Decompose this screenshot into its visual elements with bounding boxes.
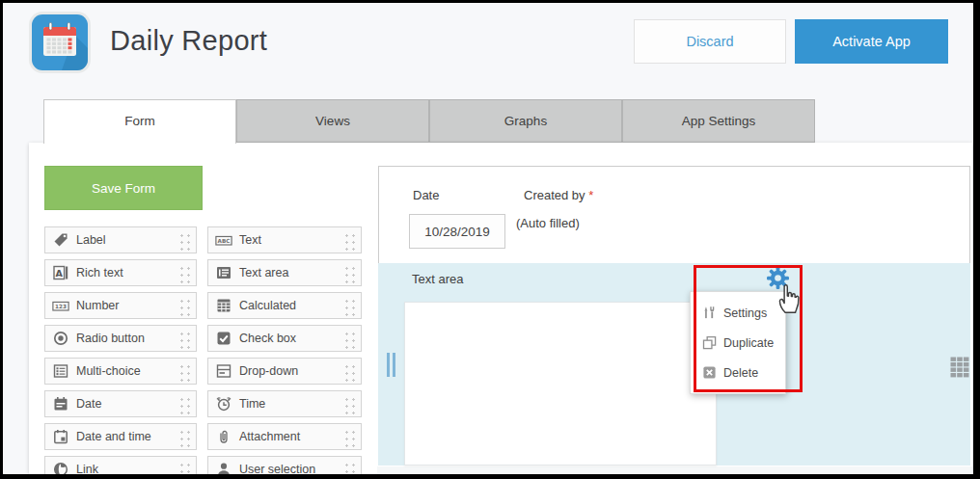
palette-item-text-area[interactable]: Text area	[207, 259, 362, 286]
tab-views[interactable]: Views	[236, 99, 429, 143]
palette-item-text[interactable]: ABCText	[207, 226, 362, 253]
field-palette: LabelABCTextARich textText area123Number…	[44, 226, 362, 479]
palette-item-label: Text	[239, 233, 261, 247]
created-by-field-label: Created by *	[524, 188, 593, 202]
save-form-button[interactable]: Save Form	[44, 166, 203, 210]
drag-handle-icon[interactable]	[177, 395, 192, 414]
palette-item-label: Drop-down	[239, 364, 298, 378]
drag-handle-icon[interactable]	[177, 428, 192, 447]
duplicate-icon	[702, 335, 717, 350]
rich-text-icon: A	[52, 265, 69, 280]
drag-handle-icon[interactable]	[342, 330, 357, 349]
palette-item-label: Time	[239, 397, 265, 411]
palette-item-label: Calculated	[239, 299, 296, 312]
palette-item-label: Multi-choice	[76, 364, 141, 378]
menu-item-label: Duplicate	[723, 336, 774, 350]
palette-item-attachment[interactable]: Attachment	[207, 423, 362, 450]
activate-app-button[interactable]: Activate App	[795, 19, 948, 64]
palette-item-check-box[interactable]: Check box	[207, 325, 362, 352]
drag-handle-icon[interactable]	[342, 264, 357, 283]
palette-item-calculated[interactable]: Calculated	[207, 292, 362, 319]
date-input[interactable]	[409, 214, 505, 249]
tab-app-settings[interactable]: App Settings	[622, 99, 815, 143]
drag-handle-icon[interactable]	[177, 231, 192, 251]
palette-item-label[interactable]: Label	[44, 226, 197, 253]
palette-item-label: Text area	[239, 266, 288, 279]
menu-item-label: Delete	[723, 366, 758, 380]
palette-item-label: Label	[76, 233, 106, 247]
date-field-label: Date	[413, 188, 439, 202]
palette-item-radio-button[interactable]: Radio button	[44, 325, 197, 352]
gear-icon[interactable]	[766, 266, 790, 290]
palette-item-label: Rich text	[76, 266, 123, 279]
discard-button[interactable]: Discard	[634, 19, 786, 64]
text-area-field-label: Text area	[412, 272, 463, 286]
time-icon	[215, 396, 232, 412]
palette-item-label: Date and time	[76, 430, 151, 443]
attachment-icon	[215, 429, 232, 444]
menu-item-label: Settings	[723, 306, 767, 320]
tag-icon	[52, 232, 69, 248]
multi-choice-icon	[52, 363, 69, 379]
screenshot-border	[973, 0, 980, 479]
palette-item-label: Check box	[239, 332, 296, 345]
palette-item-label: Radio button	[76, 332, 145, 345]
check-box-icon	[215, 331, 232, 346]
svg-text:A: A	[56, 268, 64, 279]
drag-handle-icon[interactable]	[342, 395, 357, 414]
drag-handle-icon[interactable]	[177, 264, 192, 283]
palette-item-label: Attachment	[239, 430, 300, 443]
drop-down-icon	[215, 363, 232, 379]
palette-item-multi-choice[interactable]: Multi-choice	[44, 358, 197, 385]
calculated-icon	[215, 298, 232, 313]
drag-handle-icon[interactable]	[342, 362, 357, 382]
menu-item-settings[interactable]: Settings	[691, 298, 785, 328]
tab-form[interactable]: Form	[43, 99, 236, 144]
screenshot-border	[0, 474, 980, 479]
app-form-editor-screen: Daily Report Discard Activate App Form V…	[0, 0, 980, 479]
palette-item-date[interactable]: Date	[44, 390, 197, 417]
calendar-app-icon	[29, 12, 91, 73]
row-drag-handle-icon[interactable]	[387, 353, 398, 378]
text-icon: ABC	[215, 232, 232, 248]
page-title: Daily Report	[110, 25, 267, 57]
screenshot-border	[0, 0, 3, 479]
radio-button-icon	[52, 331, 69, 346]
drag-handle-icon[interactable]	[342, 297, 357, 316]
required-mark: *	[588, 188, 593, 202]
text-area-input[interactable]	[404, 302, 717, 466]
tab-graphs[interactable]: Graphs	[429, 99, 622, 143]
svg-text:ABC: ABC	[218, 238, 231, 244]
screenshot-border	[0, 0, 980, 3]
date-time-icon	[52, 429, 69, 444]
settings-tools-icon	[702, 306, 717, 320]
date-icon	[52, 396, 69, 412]
drag-handle-icon[interactable]	[342, 231, 357, 251]
drag-handle-icon[interactable]	[177, 362, 192, 382]
text-area-icon	[215, 265, 232, 280]
delete-icon	[702, 365, 717, 380]
drag-handle-icon[interactable]	[177, 330, 192, 349]
drag-handle-icon[interactable]	[342, 428, 357, 447]
number-icon: 123	[52, 298, 69, 313]
palette-item-label: Number	[76, 299, 119, 312]
palette-item-time[interactable]: Time	[207, 390, 362, 417]
created-by-value: (Auto filled)	[516, 216, 580, 230]
palette-item-number[interactable]: 123Number	[44, 292, 197, 319]
menu-item-delete[interactable]: Delete	[691, 358, 785, 387]
palette-item-drop-down[interactable]: Drop-down	[207, 358, 362, 385]
field-context-menu: SettingsDuplicateDelete	[690, 291, 786, 394]
palette-item-label: Date	[76, 397, 101, 411]
palette-item-date-and-time[interactable]: Date and time	[44, 423, 197, 450]
drag-handle-icon[interactable]	[177, 297, 192, 316]
menu-item-duplicate[interactable]: Duplicate	[691, 328, 785, 358]
table-grid-icon[interactable]	[949, 356, 970, 379]
palette-item-rich-text[interactable]: ARich text	[44, 259, 197, 286]
svg-text:123: 123	[55, 304, 67, 309]
